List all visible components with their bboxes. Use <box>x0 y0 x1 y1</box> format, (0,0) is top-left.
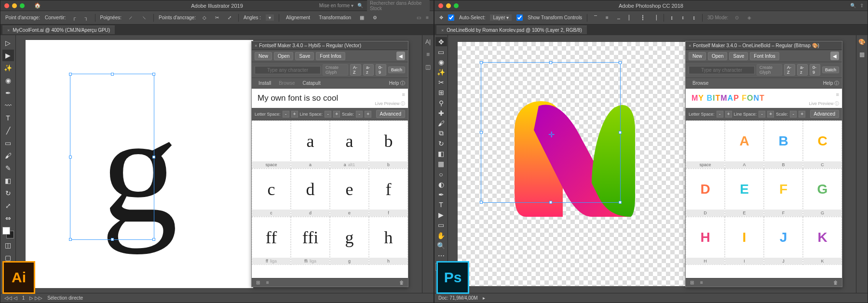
font-infos-button[interactable]: Font Infos <box>316 52 345 60</box>
crop-tool[interactable]: ✂ <box>435 78 447 87</box>
ps-canvas-area[interactable]: ✛ × Fontself Maker 3.4.0 – OneLineBold –… <box>448 35 856 293</box>
glyph-cell[interactable]: GG <box>803 169 842 217</box>
scale-minus[interactable]: - <box>790 111 797 118</box>
status-arrow-icon[interactable]: ▸ <box>483 295 485 301</box>
home-icon[interactable]: 🏠 <box>34 2 41 9</box>
paintbrush-tool[interactable]: 🖌 <box>2 150 14 161</box>
glyph-cell[interactable]: aa <box>291 120 330 169</box>
extra-btn-2[interactable]: ⚙ <box>371 14 379 21</box>
brush-tool[interactable]: 🖌 <box>435 119 447 128</box>
glyph-cell[interactable]: DD <box>686 169 725 217</box>
lasso-tool[interactable]: ◉ <box>2 75 14 86</box>
font-infos-button[interactable]: Font Infos <box>750 52 779 60</box>
type-character-input[interactable] <box>689 66 755 74</box>
az-upper-button[interactable]: A-Z <box>350 64 361 76</box>
glyph-cell[interactable]: ee <box>330 169 369 217</box>
panel-toggle-1[interactable]: ▭ <box>417 15 421 20</box>
preview-menu-icon[interactable]: ≡ <box>402 92 405 97</box>
search-icon[interactable]: 🔍 <box>850 3 856 8</box>
line-minus[interactable]: - <box>325 111 331 118</box>
distribute-1-icon[interactable]: ⫿ <box>669 14 675 21</box>
glyph-cell[interactable]: BB <box>764 120 803 169</box>
glyph-cell[interactable]: CC <box>803 120 842 169</box>
browse-tab[interactable]: Browse <box>275 79 298 87</box>
glyph-cell[interactable]: EE <box>725 169 764 217</box>
transform-btn[interactable]: Transformation <box>317 14 353 21</box>
search-icon[interactable]: 🔍 <box>357 3 363 8</box>
history-brush-tool[interactable]: ↻ <box>435 139 447 148</box>
zoom-dot[interactable] <box>20 3 25 8</box>
rotate-tool[interactable]: ↻ <box>2 187 14 199</box>
minimize-dot[interactable] <box>12 3 17 8</box>
scale-minus[interactable]: - <box>356 111 363 118</box>
dodge-tool[interactable]: ◐ <box>435 180 447 189</box>
close-icon[interactable]: × <box>255 43 257 48</box>
draw-mode[interactable]: ◫ <box>2 239 14 251</box>
path-select-tool[interactable]: ▶ <box>435 211 447 220</box>
rectangle-tool[interactable]: ▭ <box>2 137 14 149</box>
az-lower-button[interactable]: a-z <box>797 64 808 76</box>
glyph-cell[interactable]: dd <box>291 169 330 217</box>
magic-wand-tool[interactable]: ✨ <box>2 62 14 74</box>
glyph-cell[interactable]: bb <box>369 120 408 169</box>
move-tool[interactable]: ✥ <box>435 37 447 46</box>
catapult-tab[interactable]: Catapult <box>298 79 324 87</box>
align-bottom-icon[interactable]: ⎽ <box>615 14 622 21</box>
move-tool-icon[interactable]: ✥ <box>439 15 443 20</box>
advanced-button[interactable]: Advanced <box>376 110 405 118</box>
glyph-cell[interactable]: space <box>686 120 725 169</box>
handle-btn-1[interactable]: ⟋ <box>126 14 135 21</box>
glyph-cell[interactable]: KK <box>803 217 842 265</box>
anchors-btn-2[interactable]: ✂ <box>213 14 221 21</box>
install-tab[interactable]: Install <box>255 79 275 87</box>
line-plus[interactable]: + <box>333 111 340 118</box>
handle-btn-2[interactable]: ⟍ <box>140 14 149 21</box>
scale-tool[interactable]: ⤢ <box>2 200 14 211</box>
glyph-cell[interactable]: hh <box>369 217 408 265</box>
glyph-cell[interactable]: II <box>725 217 764 265</box>
stock-search-input[interactable]: Rechercher dans Adobe Stock <box>367 0 430 12</box>
libraries-icon[interactable]: ◫ <box>424 63 432 71</box>
color-swatches[interactable] <box>2 227 14 238</box>
glyph-cell[interactable]: ffiffiliga <box>291 217 330 265</box>
glyph-cell[interactable]: aaalt1 <box>330 120 369 169</box>
line-minus[interactable]: - <box>759 111 765 118</box>
curvature-tool[interactable]: 〰 <box>2 100 14 111</box>
fontself-titlebar[interactable]: × Fontself Maker 3.4.0 – OneLineBold – R… <box>686 41 842 50</box>
type-character-input[interactable] <box>255 66 321 74</box>
preview-area[interactable]: ≡ My own font is so cool Live Preview ⓘ <box>252 89 408 108</box>
back-arrow-icon[interactable]: ◀ <box>830 52 839 60</box>
glyph-cell[interactable]: FF <box>764 169 803 217</box>
letter-plus[interactable]: + <box>725 111 732 118</box>
rectangle-tool[interactable]: ▭ <box>435 221 447 230</box>
minimize-dot[interactable] <box>446 3 451 8</box>
pen-tool[interactable]: ✒ <box>2 87 14 99</box>
ai-canvas-area[interactable]: g × Fontself Maker 3.4.0 – Hybi5 – Regul… <box>16 35 422 293</box>
new-button[interactable]: New <box>689 52 706 60</box>
status-nav-fwd[interactable]: ▷ ▷▷ <box>29 295 42 301</box>
hand-tool[interactable]: ✋ <box>435 231 447 240</box>
open-button[interactable]: Open <box>708 52 727 60</box>
eraser-tool[interactable]: ◧ <box>435 149 447 158</box>
live-preview-label[interactable]: Live Preview ⓘ <box>375 101 405 107</box>
advanced-button[interactable]: Advanced <box>810 110 839 118</box>
edit-toolbar[interactable]: ⋯ <box>435 251 447 260</box>
align-btn[interactable]: Alignement <box>284 14 312 21</box>
direct-selection-tool[interactable]: ▶ <box>2 50 14 61</box>
glyph-cell[interactable]: JJ <box>764 217 803 265</box>
clone-tool[interactable]: ⧉ <box>435 129 447 138</box>
pen-tool[interactable]: ✒ <box>435 190 447 199</box>
width-tool[interactable]: ⇔ <box>2 212 14 224</box>
status-nav[interactable]: ◁◁ ◁ <box>4 295 17 301</box>
glyph-cell[interactable]: ffffliga <box>252 217 291 265</box>
footer-icon-1[interactable]: ⊞ <box>689 279 695 286</box>
auto-select-checkbox[interactable] <box>448 14 454 21</box>
close-dot[interactable] <box>4 3 9 8</box>
swatches-panel-icon[interactable]: ▦ <box>858 51 866 58</box>
preview-menu-icon[interactable]: ≡ <box>836 92 839 97</box>
distribute-3-icon[interactable]: ⫿ <box>691 14 697 21</box>
close-dot[interactable] <box>438 3 443 8</box>
trash-icon[interactable]: 🗑 <box>832 279 839 286</box>
batch-button[interactable]: Batch <box>822 66 839 73</box>
glyph-grid[interactable]: spaceAABBCCDDEEFFGGHHIIJJKK <box>686 120 842 278</box>
